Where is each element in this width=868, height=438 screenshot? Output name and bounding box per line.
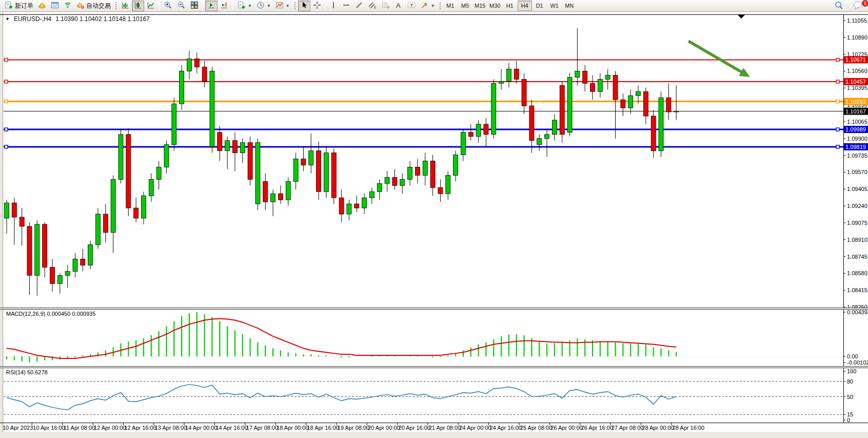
toolbar-separator (325, 2, 326, 10)
chart-canvas[interactable]: 1.110551.108901.107251.105601.103951.102… (0, 12, 868, 438)
arrows-button[interactable]: ▼ (419, 1, 437, 11)
svg-text:1.09405: 1.09405 (847, 186, 867, 192)
cursor-button[interactable] (298, 1, 310, 11)
svg-text:24 Apr 16:00: 24 Apr 16:00 (490, 425, 522, 431)
auto-trading-button[interactable]: 自动交易 (74, 1, 113, 11)
svg-text:14 Apr 16:00: 14 Apr 16:00 (215, 425, 247, 431)
signals-button[interactable] (62, 1, 74, 11)
svg-text:MACD(12,26,9) 0.000450 0.00093: MACD(12,26,9) 0.000450 0.000935 (6, 311, 95, 317)
dropdown-caret-icon: ▼ (248, 4, 252, 8)
timeframe-M5[interactable]: M5 (458, 1, 472, 11)
timeframe-W1[interactable]: W1 (547, 1, 562, 11)
text-button[interactable]: A (392, 1, 404, 11)
svg-text:1.10065: 1.10065 (847, 119, 867, 125)
chart-shift-icon (220, 1, 228, 11)
equidistant-channel-icon: E (368, 1, 377, 11)
svg-text:26 Apr 00:00: 26 Apr 00:00 (550, 425, 582, 431)
bar-chart-icon (121, 1, 129, 11)
new-order-icon (4, 1, 13, 11)
zoom-out-button[interactable] (175, 1, 188, 11)
svg-text:11 Apr 08:00: 11 Apr 08:00 (64, 425, 95, 431)
svg-text:A: A (396, 2, 401, 9)
candlestick-chart-button[interactable] (132, 1, 144, 11)
text-label-button[interactable]: T (405, 1, 418, 11)
bar-chart-button[interactable] (119, 1, 131, 11)
horizontal-line-icon (342, 1, 350, 11)
svg-text:1.09989: 1.09989 (845, 126, 866, 132)
new-chart-button[interactable]: ▼ (235, 1, 254, 11)
chart-window-button[interactable] (49, 1, 61, 11)
svg-text:1.09819: 1.09819 (845, 144, 866, 150)
svg-text:50: 50 (847, 394, 853, 400)
svg-text:1.08580: 1.08580 (847, 270, 867, 276)
periods-button[interactable]: ▼ (254, 1, 273, 11)
search-button[interactable] (832, 1, 845, 11)
timeframe-M1[interactable]: M1 (443, 1, 458, 11)
toolbar-separator (159, 2, 160, 10)
templates-button[interactable]: ▼ (273, 1, 292, 11)
chat-bubble-icon (853, 1, 863, 11)
timeframe-M15[interactable]: M15 (473, 1, 487, 11)
line-chart-button[interactable] (145, 1, 157, 11)
timeframe-MN[interactable]: MN (562, 1, 577, 11)
chart-title: ▼ EURUSD-,H4 1.10390 1.10402 1.10148 1.1… (5, 15, 150, 23)
main-toolbar: 新订单 自动交易 (0, 0, 868, 12)
cursor-icon (300, 1, 308, 11)
text-label-icon: T (407, 1, 416, 11)
crosshair-icon (313, 1, 321, 11)
svg-text:1.10263: 1.10263 (845, 99, 866, 105)
svg-text:25 Apr 08:00: 25 Apr 08:00 (520, 425, 552, 431)
chevron-down-icon[interactable]: ▼ (5, 16, 10, 22)
vertical-line-button[interactable] (328, 1, 340, 11)
chart-background (0, 12, 868, 438)
equidistant-channel-button[interactable]: E (366, 1, 379, 11)
svg-text:F: F (387, 6, 389, 9)
timeframe-H1[interactable]: H1 (503, 1, 517, 11)
crosshair-button[interactable] (311, 1, 323, 11)
dropdown-caret-icon: ▼ (431, 4, 435, 8)
svg-text:10 Apr 2023: 10 Apr 2023 (3, 425, 33, 431)
svg-text:24 Apr 00:00: 24 Apr 00:00 (459, 425, 491, 431)
chart-symbol-period: EURUSD-,H4 (14, 15, 51, 23)
svg-text:1.08910: 1.08910 (847, 237, 867, 243)
new-order-label: 新订单 (15, 2, 33, 10)
auto-trading-icon (76, 1, 85, 11)
toolbar-gripper (439, 2, 441, 10)
chart-shift-button[interactable] (218, 1, 230, 11)
svg-text:1.09900: 1.09900 (847, 136, 867, 142)
svg-text:0: 0 (847, 417, 850, 423)
svg-text:13 Apr 08:00: 13 Apr 08:00 (155, 425, 187, 431)
svg-text:27 Apr 08:00: 27 Apr 08:00 (611, 425, 643, 431)
svg-text:E: E (374, 6, 377, 9)
horizontal-line-button[interactable] (340, 1, 352, 11)
svg-text:1.10167: 1.10167 (845, 108, 866, 115)
tile-windows-button[interactable] (188, 1, 201, 11)
svg-text:0.004393: 0.004393 (847, 309, 868, 315)
dropdown-caret-icon: ▼ (286, 4, 290, 8)
toolbar-separator (232, 2, 233, 10)
templates-icon (275, 1, 284, 11)
timeframe-H4[interactable]: H4 (518, 1, 532, 11)
new-order-button[interactable]: 新订单 (2, 1, 35, 11)
svg-text:28 Apr 00:00: 28 Apr 00:00 (642, 425, 674, 431)
svg-text:1.10890: 1.10890 (847, 34, 867, 41)
zoom-out-icon (177, 1, 186, 11)
svg-text:1.10671: 1.10671 (845, 56, 866, 63)
fibonacci-icon: F (381, 1, 390, 11)
toolbar-gripper (115, 2, 117, 10)
new-chart-icon (237, 1, 246, 11)
zoom-in-button[interactable] (162, 1, 174, 11)
auto-trading-label: 自动交易 (86, 2, 111, 10)
timeframe-M30[interactable]: M30 (488, 1, 502, 11)
trendline-button[interactable] (353, 1, 365, 11)
auto-scroll-button[interactable] (205, 1, 218, 11)
svg-text:20 Apr 00:00: 20 Apr 00:00 (368, 425, 400, 431)
arrows-icon (421, 1, 429, 11)
timeframe-D1[interactable]: D1 (532, 1, 547, 11)
svg-text:1.09735: 1.09735 (847, 153, 867, 159)
vertical-line-icon (330, 1, 337, 11)
svg-text:1.09075: 1.09075 (847, 220, 867, 226)
svg-text:12 Apr 00:00: 12 Apr 00:00 (94, 425, 126, 431)
community-button[interactable] (36, 1, 48, 11)
fibonacci-button[interactable]: F (379, 1, 392, 11)
